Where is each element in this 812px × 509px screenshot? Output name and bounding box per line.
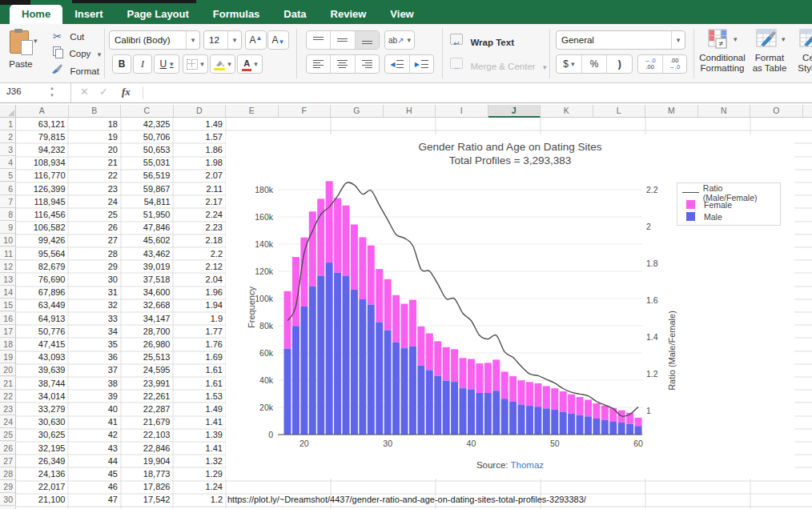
cell-C13[interactable]: 37,518 — [121, 273, 174, 286]
source-link[interactable]: Thomaz — [511, 460, 545, 470]
cell-A24[interactable]: 30,630 — [16, 415, 69, 428]
cell-D4[interactable]: 1.98 — [174, 156, 227, 169]
column-header-K[interactable]: K — [541, 105, 593, 118]
cell-D16[interactable]: 1.9 — [174, 312, 227, 325]
row-header-2[interactable]: 2 — [0, 130, 16, 143]
cell-D27[interactable]: 1.32 — [174, 455, 227, 467]
cell-A2[interactable]: 79,815 — [16, 130, 69, 143]
cell-C1[interactable]: 42,325 — [121, 118, 174, 130]
cell-A26[interactable]: 32,195 — [16, 442, 69, 455]
row-header-10[interactable]: 10 — [0, 234, 16, 246]
cell-A28[interactable]: 24,136 — [16, 467, 69, 480]
cut-button[interactable]: ✂ Cut — [53, 29, 84, 43]
row-header-26[interactable]: 26 — [0, 442, 16, 455]
insert-function-icon[interactable]: fx — [122, 86, 131, 98]
name-box[interactable]: J36 ▲▼ — [0, 83, 71, 102]
column-header-F[interactable]: F — [279, 105, 332, 118]
bold-button[interactable]: B — [112, 54, 131, 74]
cell-D3[interactable]: 1.86 — [174, 143, 227, 156]
text-orientation-button[interactable]: ab ↗ ▾ — [384, 30, 415, 50]
cell-B30[interactable]: 47 — [69, 493, 122, 506]
column-header-G[interactable]: G — [331, 105, 384, 118]
cell-C12[interactable]: 39,019 — [121, 260, 174, 273]
cell-A22[interactable]: 34,014 — [16, 390, 69, 403]
cell-A1[interactable]: 63,121 — [16, 118, 69, 130]
cell-D25[interactable]: 1.39 — [174, 428, 227, 441]
column-header-C[interactable]: C — [121, 105, 174, 118]
tab-formulas[interactable]: Formulas — [201, 5, 272, 24]
cell-A31[interactable]: 20,450 — [16, 507, 69, 509]
merge-center-button[interactable]: ↔ Merge & Center ▾ — [450, 58, 547, 73]
font-color-button[interactable]: A ▾ — [237, 54, 263, 74]
copy-button[interactable]: Copy ▾ — [53, 46, 101, 60]
cell-B15[interactable]: 32 — [69, 299, 122, 311]
format-painter-button[interactable]: Format — [51, 63, 99, 78]
row-header-17[interactable]: 17 — [0, 325, 16, 338]
cell-C30[interactable]: 17,542 — [121, 493, 174, 506]
cell-A14[interactable]: 67,896 — [16, 286, 69, 299]
cell-A10[interactable]: 99,426 — [16, 234, 69, 246]
cell-D9[interactable]: 2.23 — [174, 221, 227, 234]
conditional-formatting-button[interactable]: ≠ ▾ Conditional Formatting — [698, 27, 746, 80]
cell-D5[interactable]: 2.07 — [174, 169, 227, 182]
cell-B20[interactable]: 37 — [69, 363, 122, 376]
cell-B31[interactable]: 48 — [69, 507, 122, 509]
cell-B28[interactable]: 45 — [69, 467, 122, 480]
row-header-27[interactable]: 27 — [0, 455, 16, 467]
cell-D28[interactable]: 1.29 — [174, 467, 227, 480]
cell-D22[interactable]: 1.53 — [174, 390, 227, 403]
increase-indent-button[interactable]: ▶ — [410, 55, 434, 73]
row-header-1[interactable]: 1 — [0, 118, 16, 130]
tab-home[interactable]: Home — [10, 5, 62, 24]
align-left-button[interactable] — [307, 55, 331, 73]
cell-B1[interactable]: 18 — [69, 118, 122, 130]
column-header-N[interactable]: N — [698, 105, 751, 118]
cell-C6[interactable]: 59,867 — [121, 182, 174, 195]
cell-D29[interactable]: 1.24 — [174, 480, 227, 493]
tab-review[interactable]: Review — [319, 5, 379, 24]
cell-C8[interactable]: 51,950 — [121, 208, 174, 221]
cell-A19[interactable]: 43,093 — [16, 351, 69, 363]
column-header-A[interactable]: A — [16, 105, 69, 118]
row-header-25[interactable]: 25 — [0, 428, 16, 441]
cell-C15[interactable]: 32,668 — [121, 299, 174, 311]
increase-font-size-button[interactable]: A▲ — [245, 30, 267, 50]
row-header-22[interactable]: 22 — [0, 390, 16, 403]
wrap-text-button[interactable]: ↩ Wrap Text — [450, 34, 514, 49]
tab-page-layout[interactable]: Page Layout — [115, 5, 201, 24]
column-header-partial[interactable] — [803, 105, 812, 118]
cell-B29[interactable]: 46 — [69, 480, 122, 493]
align-right-button[interactable] — [356, 55, 379, 73]
cell-A4[interactable]: 108,934 — [16, 156, 69, 169]
borders-button[interactable]: ▾ — [183, 54, 208, 74]
column-header-O[interactable]: O — [750, 105, 803, 118]
font-name-select[interactable]: Calibri (Body) ▾ — [109, 30, 200, 50]
cell-B14[interactable]: 31 — [69, 286, 122, 299]
column-header-I[interactable]: I — [436, 105, 488, 118]
cell-B2[interactable]: 19 — [69, 130, 122, 143]
cell-C17[interactable]: 28,700 — [121, 325, 174, 338]
tab-view[interactable]: View — [378, 5, 425, 24]
cell-B13[interactable]: 30 — [69, 273, 122, 286]
cell-D2[interactable]: 1.57 — [174, 130, 227, 143]
cell-B10[interactable]: 27 — [69, 234, 122, 246]
row-header-28[interactable]: 28 — [0, 467, 16, 480]
cell-D11[interactable]: 2.2 — [174, 247, 227, 260]
cell-B24[interactable]: 41 — [69, 415, 122, 428]
currency-button[interactable]: $▾ — [557, 55, 582, 73]
cell-D1[interactable]: 1.49 — [174, 118, 227, 130]
cell-D15[interactable]: 1.94 — [174, 299, 227, 311]
fill-color-button[interactable]: ▾ — [210, 54, 235, 74]
align-center-button[interactable] — [331, 55, 355, 73]
cell-C4[interactable]: 55,031 — [121, 156, 174, 169]
row-header-11[interactable]: 11 — [0, 247, 16, 260]
row-header-14[interactable]: 14 — [0, 286, 16, 299]
cell-A17[interactable]: 50,776 — [16, 325, 69, 338]
cell-A7[interactable]: 118,945 — [16, 195, 69, 208]
column-header-M[interactable]: M — [645, 105, 698, 118]
row-header-29[interactable]: 29 — [0, 480, 16, 493]
cell-B27[interactable]: 44 — [69, 455, 122, 467]
row-header-6[interactable]: 6 — [0, 182, 16, 195]
cell-C23[interactable]: 22,287 — [121, 403, 174, 415]
row-header-3[interactable]: 3 — [0, 143, 16, 156]
